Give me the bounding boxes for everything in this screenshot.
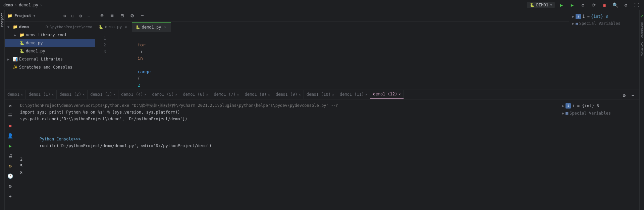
console-tab-10-close[interactable]: × [332, 93, 334, 96]
scratches-label: Scratches and Consoles [19, 65, 92, 70]
venv-arrow: ▶ [14, 33, 18, 37]
tree-item-demo1-py[interactable]: ▶ 🐍 demo1.py [5, 47, 95, 55]
arrow-icon: ▼ [7, 25, 11, 29]
console-settings2-btn[interactable]: ⚙ [6, 182, 14, 190]
stop-button[interactable]: ◼ [600, 1, 608, 9]
console-output[interactable]: D:\pythonProject\demo\venv\Scripts\pytho… [16, 99, 559, 210]
run-button[interactable]: ▶ [557, 1, 566, 9]
tree-item-external-libs[interactable]: ▶ 📊 External Libraries [5, 55, 95, 63]
maximize-button[interactable]: ⛶ [633, 1, 641, 9]
run-config-label[interactable]: 🐍 DEMO1 ▼ [527, 2, 555, 8]
variable-expand-icon[interactable]: ▶ [572, 14, 574, 19]
venv-label: venv library root [26, 33, 92, 37]
coverage-button[interactable]: ⚙ [579, 1, 587, 9]
console-debug-btn[interactable]: ⚙ [6, 162, 14, 170]
console-stop-btn[interactable]: ◼ [6, 122, 14, 130]
console-special-vars[interactable]: ▶ ▦ Special Variables [562, 110, 637, 117]
tab-demo-py[interactable]: 🐍 demo.py × [95, 22, 132, 32]
console-tab-6[interactable]: demo1 (6) × [180, 90, 211, 99]
console-tab-7-close[interactable]: × [237, 93, 239, 96]
console-print-btn[interactable]: 🖨 [6, 152, 14, 160]
console-tab-demo1[interactable]: demo1 × [5, 90, 26, 99]
profile-button[interactable]: ⟳ [590, 1, 598, 9]
tab-demo-label: demo.py [105, 25, 122, 29]
console-run-btn[interactable]: ▶ [6, 142, 14, 150]
sidebar-expand-btn[interactable]: ⊕ [61, 12, 68, 19]
console-tab-3-close[interactable]: × [113, 93, 115, 96]
console-tab-10[interactable]: demo1 (10) × [304, 90, 337, 99]
console-tab-5-close[interactable]: × [175, 93, 177, 96]
console-tab-4-close[interactable]: × [144, 93, 146, 96]
root-folder-icon: 📁 [13, 25, 18, 29]
tab-demo1-label: demo1.py [142, 25, 161, 30]
special-vars-label: Special Variables [579, 21, 621, 26]
console-panel: demo1 × demo1 (1) × demo1 (2) × demo1 (3… [5, 89, 639, 210]
tab-demo1-close[interactable]: × [163, 25, 167, 30]
console-tab-5[interactable]: demo1 (5) × [149, 90, 180, 99]
console-special-label: Special Variables [570, 111, 611, 116]
console-tab-9-label: demo1 (9) [276, 92, 298, 97]
console-settings-btn[interactable]: ⚙ [621, 92, 628, 99]
console-tab-7[interactable]: demo1 (7) × [211, 90, 242, 99]
sidebar-toolbar: ⊕ ⊟ ⚙ − [61, 12, 92, 19]
console-var-expand[interactable]: ▶ [562, 103, 564, 108]
sidebar-collapse-btn[interactable]: ⊟ [69, 12, 76, 19]
console-tab-11-close[interactable]: × [365, 93, 367, 96]
console-tab-9-close[interactable]: × [299, 93, 301, 96]
activity-project[interactable]: Project [0, 11, 4, 28]
console-var-icon-i: i [566, 103, 571, 109]
tab-demo-icon: 🐍 [99, 25, 103, 29]
console-tab-4[interactable]: demo1 (4) × [118, 90, 149, 99]
console-tab-1-close[interactable]: × [52, 93, 54, 96]
settings-button[interactable]: ⚙ [622, 1, 630, 9]
sidebar-close-btn[interactable]: − [86, 12, 92, 19]
breadcrumb-demo[interactable]: demo [3, 3, 13, 7]
debug-run-button[interactable]: ▶ [568, 1, 576, 9]
console-clock-btn[interactable]: 🕐 [6, 172, 14, 180]
console-out-5: 5 [20, 163, 555, 169]
console-tab-4-label: demo1 (4) [121, 92, 143, 97]
line-num-2: 2 [95, 42, 106, 48]
console-tab-demo1-close[interactable]: × [21, 93, 23, 96]
console-icon-btn[interactable]: 👤 [6, 132, 14, 140]
console-tab-8[interactable]: demo1 (8) × [242, 90, 273, 99]
tree-item-scratches[interactable]: ▶ ✨ Scratches and Consoles [5, 63, 95, 71]
activity-sciview[interactable]: SciView [640, 41, 644, 57]
tab-demo-close[interactable]: × [124, 25, 128, 29]
console-tab-9[interactable]: demo1 (9) × [273, 90, 304, 99]
console-tab-3[interactable]: demo1 (3) × [88, 90, 118, 99]
console-tab-12[interactable]: demo1 (12) × [370, 90, 404, 99]
console-tab-2[interactable]: demo1 (2) × [57, 90, 88, 99]
console-tab-2-close[interactable]: × [83, 93, 85, 96]
editor-minus-btn[interactable]: − [138, 12, 146, 20]
console-add-btn[interactable]: + [6, 192, 14, 200]
console-tab-6-close[interactable]: × [206, 93, 208, 96]
console-restart-btn[interactable]: ↺ [6, 101, 14, 110]
tab-demo1-py[interactable]: 🐍 demo1.py × [132, 22, 171, 32]
special-variables-row[interactable]: ▶ ▦ Special Variables [572, 20, 637, 27]
title-bar: demo › demo1.py › 🐍 DEMO1 ▼ ▶ ▶ ⚙ ⟳ ◼ 🔍 … [0, 0, 644, 10]
console-tab-11[interactable]: demo1 (11) × [337, 90, 370, 99]
sidebar-gear-btn[interactable]: ⚙ [77, 12, 84, 19]
console-minimize-btn[interactable]: − [629, 92, 637, 99]
console-tab-demo1-label: demo1 [7, 92, 19, 97]
editor-split-btn[interactable]: ⊟ [118, 12, 126, 20]
kw-for: for [138, 42, 145, 47]
console-tab-12-close[interactable]: × [399, 92, 401, 96]
console-tab-8-close[interactable]: × [268, 93, 270, 96]
editor-globe-btn[interactable]: ⊕ [98, 12, 106, 20]
editor-list-btn[interactable]: ≡ [108, 12, 116, 20]
editor-gear-btn[interactable]: ⚙ [128, 12, 136, 20]
search-everywhere-button[interactable]: 🔍 [611, 1, 619, 9]
console-list-btn[interactable]: ☰ [6, 112, 14, 120]
console-out-2: 2 [20, 156, 555, 163]
tree-item-root[interactable]: ▼ 📁 demo D:\pythonProject\demo [5, 23, 95, 31]
ext-libs-label: External Libraries [19, 57, 92, 61]
tree-item-venv[interactable]: ▶ 📁 venv library root [5, 31, 95, 39]
sidebar-dropdown-icon[interactable]: ▼ [34, 14, 36, 17]
console-line-3: sys.path.extend(['D:\\pythonProject\\dem… [20, 116, 555, 122]
console-tab-1[interactable]: demo1 (1) × [26, 90, 57, 99]
activity-database[interactable]: Database [640, 21, 644, 39]
tree-item-demo-py[interactable]: ▶ 🐍 demo.py [5, 39, 95, 47]
breadcrumb-file[interactable]: demo1.py [19, 3, 38, 7]
